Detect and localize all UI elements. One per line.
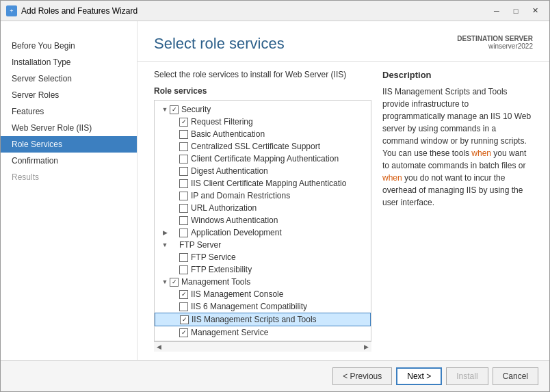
checkbox-request-filtering[interactable] [179,118,188,127]
title-bar-controls: ─ □ ✕ [488,4,544,18]
tree-item-windows-auth[interactable]: Windows Authentication [155,214,371,226]
content-area: Before You Begin Installation Type Serve… [1,21,549,360]
sidebar-item-installation-type[interactable]: Installation Type [1,54,137,70]
expander-security[interactable]: ▼ [160,105,170,114]
tree-item-basic-auth[interactable]: Basic Authentication [155,128,371,140]
window-icon: + [6,5,17,16]
checkbox-app-dev[interactable] [179,228,188,237]
checkbox-url-auth[interactable] [179,204,188,213]
role-services-label: Role services [154,86,371,96]
sidebar-item-before-you-begin[interactable]: Before You Begin [1,38,137,54]
tree-item-request-filtering[interactable]: Request Filtering [155,116,371,128]
tree-item-iis-mgmt-console[interactable]: IIS Management Console [155,288,371,300]
label-iis-client-cert: IIS Client Certificate Mapping Authentic… [191,179,346,188]
expander-iis-scripts-tools [161,315,170,324]
expander-app-dev[interactable]: ▶ [160,228,170,237]
description-title: Description [382,70,533,80]
checkbox-mgmt-tools[interactable] [170,278,179,287]
checkbox-iis6-compat[interactable] [179,302,188,311]
previous-button[interactable]: < Previous [332,367,392,385]
sidebar-nav: Before You Begin Installation Type Serve… [1,38,137,185]
tree-item-app-dev[interactable]: ▶ Application Development [155,226,371,239]
tree-item-iis-client-cert[interactable]: IIS Client Certificate Mapping Authentic… [155,177,371,190]
expander-url-auth [160,203,170,213]
scrollbar-area[interactable]: ◀ ▶ [154,341,371,352]
description-panel: Description IIS Management Scripts and T… [382,70,533,352]
tree-item-client-cert[interactable]: Client Certificate Mapping Authenticatio… [155,153,371,165]
expander-request-filtering [160,117,170,127]
destination-server-info: DESTINATION SERVER winserver2022 [457,35,533,50]
sidebar: Before You Begin Installation Type Serve… [1,21,138,360]
label-mgmt-tools: Management Tools [181,277,250,287]
checkbox-iis-mgmt-console[interactable] [179,290,188,299]
scroll-left-icon[interactable]: ◀ [157,343,161,350]
highlight-when-1: when [471,148,491,158]
tree-item-ftp-service[interactable]: FTP Service [155,251,371,263]
expander-ftp-service [160,252,170,262]
tree-item-ftp-server[interactable]: ▼ FTP Server [155,239,371,251]
sidebar-item-web-server-role[interactable]: Web Server Role (IIS) [1,120,137,136]
minimize-button[interactable]: ─ [488,4,506,18]
tree-item-mgmt-service[interactable]: Management Service [155,326,371,339]
destination-server-name: winserver2022 [457,42,533,50]
title-bar-left: + Add Roles and Features Wizard [6,5,138,16]
checkbox-ftp-ext[interactable] [179,265,188,274]
next-button[interactable]: Next > [396,367,442,385]
install-button[interactable]: Install [446,367,488,385]
instruction-text: Select the role services to install for … [154,70,371,79]
sidebar-item-confirmation[interactable]: Confirmation [1,153,137,169]
tree-item-iis6-compat[interactable]: IIS 6 Management Compatibility [155,300,371,313]
expander-mgmt-tools[interactable]: ▼ [160,277,170,287]
window-title: Add Roles and Features Wizard [21,6,138,16]
tree-item-centralized-ssl[interactable]: Centralized SSL Certificate Support [155,140,371,153]
label-ftp-server: FTP Server [179,240,221,250]
expander-centralized-ssl [160,142,170,151]
tree-item-security[interactable]: ▼ Security [155,103,371,116]
role-services-panel: Select the role services to install for … [154,70,371,352]
label-security: Security [181,105,211,114]
expander-mgmt-service [160,328,170,337]
sidebar-item-server-roles[interactable]: Server Roles [1,87,137,103]
checkbox-iis-client-cert[interactable] [179,179,188,188]
checkbox-ftp-service[interactable] [179,253,188,262]
sidebar-item-features[interactable]: Features [1,103,137,120]
main-window: + Add Roles and Features Wizard ─ □ ✕ Be… [0,0,550,392]
label-iis-mgmt-console: IIS Management Console [191,289,283,299]
label-app-dev: Application Development [191,228,282,237]
tree-item-ftp-ext[interactable]: FTP Extensibility [155,263,371,276]
expander-iis-client-cert [160,179,170,188]
label-iis-scripts-tools: IIS Management Scripts and Tools [192,315,317,324]
checkbox-security[interactable] [170,105,179,114]
sidebar-item-server-selection[interactable]: Server Selection [1,70,137,87]
tree-container[interactable]: ▼ Security Request Filtering [154,100,371,341]
destination-label: DESTINATION SERVER [457,35,533,42]
checkbox-centralized-ssl[interactable] [179,142,188,151]
expander-ftp-server[interactable]: ▼ [160,240,170,250]
expander-iis-mgmt-console [160,289,170,299]
checkbox-mgmt-service[interactable] [179,328,188,337]
checkbox-basic-auth[interactable] [179,130,188,139]
checkbox-windows-auth[interactable] [179,216,188,225]
maximize-button[interactable]: □ [507,4,525,18]
tree-item-iis-scripts-tools[interactable]: IIS Management Scripts and Tools [155,313,371,326]
checkbox-ip-domain[interactable] [179,192,188,200]
label-mgmt-service: Management Service [191,328,268,337]
page-title: Select role services [154,35,285,53]
checkbox-iis-scripts-tools[interactable] [180,315,189,324]
checkbox-digest-auth[interactable] [179,167,188,176]
expander-basic-auth [160,129,170,139]
tree-item-digest-auth[interactable]: Digest Authentication [155,165,371,177]
sidebar-item-role-services[interactable]: Role Services [1,136,137,153]
close-button[interactable]: ✕ [526,4,544,18]
label-request-filtering: Request Filtering [191,117,253,127]
checkbox-client-cert[interactable] [179,155,188,164]
label-digest-auth: Digest Authentication [191,166,268,176]
tree-item-ip-domain[interactable]: IP and Domain Restrictions [155,190,371,202]
tree-item-mgmt-tools[interactable]: ▼ Management Tools [155,276,371,288]
tree-item-url-auth[interactable]: URL Authorization [155,202,371,214]
scroll-right-icon[interactable]: ▶ [364,343,369,350]
highlight-when-2: when [382,173,402,183]
expander-ftp-ext [160,265,170,274]
label-ftp-service: FTP Service [191,252,236,262]
cancel-button[interactable]: Cancel [493,367,538,385]
